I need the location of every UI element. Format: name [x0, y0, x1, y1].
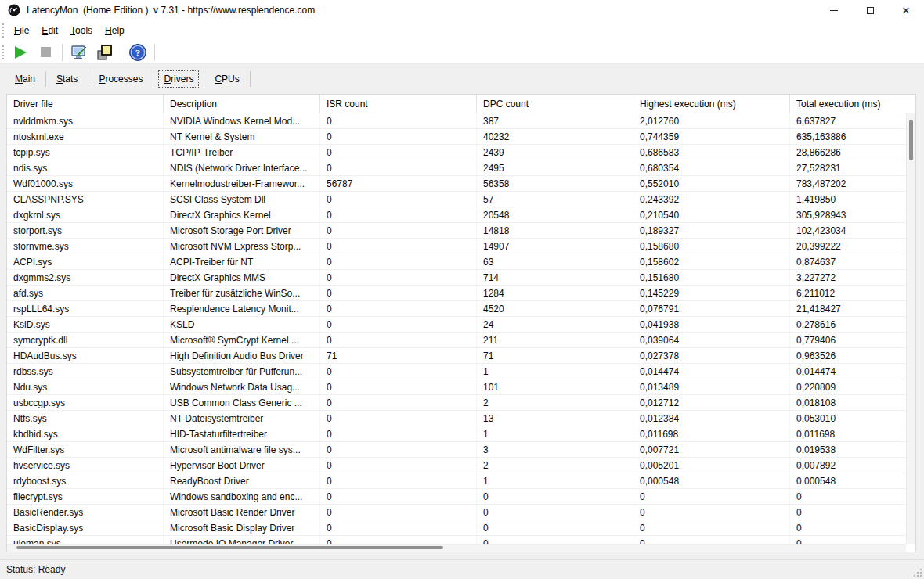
cell-driver-file: ACPI.sys	[7, 254, 164, 269]
table-row[interactable]: ACPI.sys ACPI-Treiber für NT 0 63 0,1586…	[7, 254, 906, 270]
column-header-total-execution[interactable]: Total execution (ms)	[790, 95, 906, 113]
resize-grip-handle[interactable]	[912, 567, 922, 577]
cell-isr-count: 0	[320, 489, 477, 504]
cell-dpc-count: 714	[477, 270, 633, 285]
cell-highest-execution: 0,158602	[633, 254, 790, 269]
cell-highest-execution: 0,210540	[633, 207, 790, 222]
table-row[interactable]: rdbss.sys Subsystemtreiber für Pufferun.…	[7, 364, 906, 379]
menubar-grip-handle[interactable]	[2, 23, 5, 38]
tab-processes[interactable]: Processes	[93, 70, 148, 88]
cell-isr-count: 0	[320, 160, 477, 175]
cell-total-execution: 28,866286	[790, 145, 906, 160]
table-row[interactable]: nvlddmkm.sys NVIDIA Windows Kernel Mod..…	[7, 113, 906, 129]
toolbar-grip-handle[interactable]	[2, 45, 5, 59]
cell-dpc-count: 56358	[477, 176, 633, 191]
cell-driver-file: ndis.sys	[7, 160, 164, 175]
cell-driver-file: Ntfs.sys	[7, 411, 164, 426]
cell-isr-count: 0	[320, 317, 477, 332]
column-header-dpc-count[interactable]: DPC count	[477, 95, 633, 113]
table-row[interactable]: BasicRender.sys Microsoft Basic Render D…	[7, 505, 906, 520]
cell-highest-execution: 0,014474	[633, 364, 790, 379]
stop-monitor-button[interactable]	[34, 42, 56, 63]
cell-total-execution: 0,779406	[790, 333, 906, 347]
tab-drivers[interactable]: Drivers	[158, 70, 199, 88]
table-row[interactable]: stornvme.sys Microsoft NVM Express Storp…	[7, 239, 906, 254]
vertical-scrollbar[interactable]	[906, 113, 915, 544]
column-header-highest-execution[interactable]: Highest execution (ms)	[633, 95, 790, 113]
toolbar-separator	[154, 44, 155, 61]
table-body: nvlddmkm.sys NVIDIA Windows Kernel Mod..…	[7, 113, 906, 544]
cell-highest-execution: 0,158680	[633, 239, 790, 254]
tab-cpus[interactable]: CPUs	[209, 70, 244, 88]
table-row[interactable]: tcpip.sys TCP/IP-Treiber 0 2439 0,686583…	[7, 145, 906, 160]
report-button[interactable]	[93, 42, 115, 63]
cell-description: Microsoft antimalware file sys...	[164, 442, 320, 457]
menu-help[interactable]: Help	[99, 22, 131, 39]
table-row[interactable]: filecrypt.sys Windows sandboxing and enc…	[7, 489, 906, 505]
table-row[interactable]: dxgmms2.sys DirectX Graphics MMS 0 714 0…	[7, 270, 906, 286]
start-monitor-button[interactable]	[9, 42, 31, 63]
tab-stats[interactable]: Stats	[51, 70, 83, 88]
cell-driver-file: CLASSPNP.SYS	[7, 192, 164, 207]
table-row[interactable]: symcryptk.dll Microsoft® SymCrypt Kernel…	[7, 333, 906, 348]
menu-edit[interactable]: Edit	[35, 22, 64, 39]
table-row[interactable]: HDAudBus.sys High Definition Audio Bus D…	[7, 348, 906, 364]
table-row[interactable]: ndis.sys NDIS (Network Driver Interface.…	[7, 160, 906, 176]
cell-total-execution: 0	[790, 520, 906, 535]
maximize-button[interactable]	[852, 0, 888, 20]
menu-file[interactable]: File	[8, 22, 35, 39]
cell-total-execution: 0,014474	[790, 364, 906, 379]
table-row[interactable]: usbccgp.sys USB Common Class Generic ...…	[7, 395, 906, 411]
table-row[interactable]: ntoskrnl.exe NT Kernel & System 0 40232 …	[7, 129, 906, 145]
cell-driver-file: storport.sys	[7, 223, 164, 238]
cell-description: NT-Dateisystemtreiber	[164, 411, 320, 426]
cell-highest-execution: 0,005201	[633, 458, 790, 473]
table-row[interactable]: BasicDisplay.sys Microsoft Basic Display…	[7, 520, 906, 536]
help-button[interactable]: ?	[127, 42, 149, 63]
cell-driver-file: rdbss.sys	[7, 364, 164, 379]
column-header-isr-count[interactable]: ISR count	[320, 95, 477, 113]
menu-tools[interactable]: Tools	[64, 22, 99, 39]
tab-separator	[204, 71, 204, 87]
close-button[interactable]: ✕	[888, 0, 924, 20]
cell-total-execution: 0	[790, 489, 906, 504]
cell-total-execution: 0,011698	[790, 426, 906, 441]
cell-total-execution: 783,487202	[790, 176, 906, 191]
cell-driver-file: rspLLL64.sys	[7, 301, 164, 316]
vertical-scrollbar-thumb[interactable]	[909, 120, 913, 160]
column-header-driver-file[interactable]: Driver file	[7, 95, 164, 113]
table-row[interactable]: WdFilter.sys Microsoft antimalware file …	[7, 442, 906, 458]
table-row[interactable]: rspLLL64.sys Resplendence Latency Monit.…	[7, 301, 906, 317]
table-row[interactable]: CLASSPNP.SYS SCSI Class System Dll 0 57 …	[7, 192, 906, 207]
table-row[interactable]: rdyboost.sys ReadyBoost Driver 0 1 0,000…	[7, 473, 906, 489]
cell-total-execution: 6,211012	[790, 286, 906, 300]
table-row[interactable]: storport.sys Microsoft Storage Port Driv…	[7, 223, 906, 239]
window-title: LatencyMon (Home Edition ) v 7.31 - http…	[27, 5, 315, 16]
options-button[interactable]	[68, 42, 90, 63]
table-row[interactable]: afd.sys Treiber für zusätzliche WinSo...…	[7, 286, 906, 301]
cell-total-execution: 0,019538	[790, 442, 906, 457]
table-row[interactable]: Ndu.sys Windows Network Data Usag... 0 1…	[7, 379, 906, 395]
menu-bar: File Edit Tools Help	[0, 20, 924, 41]
cell-description: Microsoft Storage Port Driver	[164, 223, 320, 238]
cell-total-execution: 305,928943	[790, 207, 906, 222]
table-row[interactable]: uioman.sys Usermode IO Manager Driver 0 …	[7, 536, 906, 544]
table-row[interactable]: KslD.sys KSLD 0 24 0,041938 0,278616	[7, 317, 906, 333]
table-row[interactable]: hvservice.sys Hypervisor Boot Driver 0 2…	[7, 458, 906, 473]
column-header-description[interactable]: Description	[164, 95, 320, 113]
table-row[interactable]: dxgkrnl.sys DirectX Graphics Kernel 0 20…	[7, 207, 906, 223]
table-row[interactable]: Wdf01000.sys Kernelmodustreiber-Framewor…	[7, 176, 906, 192]
cell-dpc-count: 1	[477, 426, 633, 441]
table-row[interactable]: Ntfs.sys NT-Dateisystemtreiber 0 13 0,01…	[7, 411, 906, 426]
horizontal-scrollbar-thumb[interactable]	[16, 546, 443, 549]
tab-main[interactable]: Main	[9, 70, 41, 88]
toolbar: ?	[0, 41, 924, 64]
cell-highest-execution: 0,243392	[633, 192, 790, 207]
cell-dpc-count: 0	[477, 505, 633, 520]
cell-isr-count: 0	[320, 520, 477, 535]
minimize-button[interactable]	[816, 0, 852, 20]
svg-text:?: ?	[135, 46, 141, 58]
horizontal-scrollbar[interactable]	[7, 544, 906, 552]
cell-dpc-count: 0	[477, 520, 633, 535]
table-row[interactable]: kbdhid.sys HID-Tastaturfiltertreiber 0 1…	[7, 426, 906, 442]
